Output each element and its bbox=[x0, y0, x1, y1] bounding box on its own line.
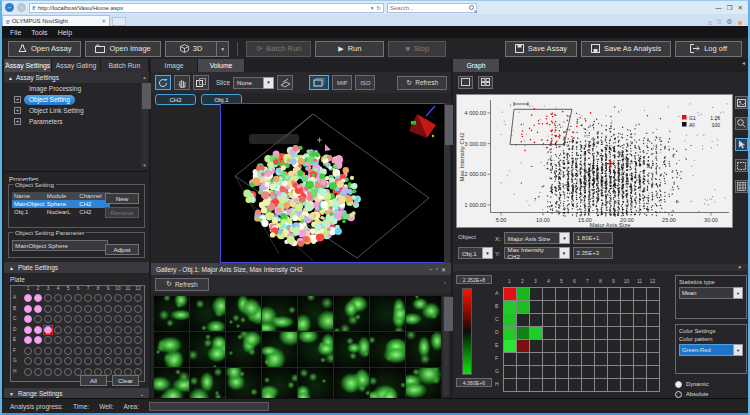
save-assay-button[interactable]: Save Assay bbox=[505, 41, 577, 57]
run-button[interactable]: ▶ Run bbox=[315, 41, 384, 57]
heatmap-cell-G3[interactable] bbox=[530, 366, 542, 378]
heatmap-cell-F9[interactable] bbox=[608, 353, 620, 365]
y-value-box[interactable]: 2.35E+3 bbox=[573, 247, 613, 259]
heatmap-cell-E7[interactable] bbox=[582, 340, 594, 352]
well-G1[interactable] bbox=[23, 356, 33, 367]
well-G7[interactable] bbox=[83, 356, 93, 367]
tab-assay-settings[interactable]: Assay Settings bbox=[4, 59, 52, 72]
zoom-tool-button[interactable] bbox=[735, 117, 748, 130]
address-bar[interactable]: e http://localhost/Vasu/Home.aspx ▾↻ bbox=[29, 3, 384, 13]
scatter-plot[interactable]: 5.0010.0015.0020.0025.0030.001 000.002 0… bbox=[456, 94, 733, 228]
heatmap-cell-H7[interactable] bbox=[582, 379, 594, 391]
expand-plus-icon[interactable]: + bbox=[14, 107, 21, 114]
rectangle-gate-button[interactable] bbox=[735, 159, 748, 172]
well-B6[interactable] bbox=[73, 304, 83, 315]
collapse-triangle-icon[interactable]: ▲ bbox=[8, 75, 13, 81]
heatmap-cell-E5[interactable] bbox=[556, 340, 568, 352]
heatmap-cell-A9[interactable] bbox=[608, 288, 620, 300]
well-A7[interactable] bbox=[83, 293, 93, 304]
gallery-thumbnail[interactable] bbox=[226, 332, 261, 367]
heatmap-cell-F4[interactable] bbox=[543, 353, 555, 365]
view-3d-dropdown-arrow[interactable]: ▼ bbox=[217, 41, 229, 57]
heatmap-cell-H1[interactable] bbox=[504, 379, 516, 391]
well-F5[interactable] bbox=[63, 346, 73, 357]
heatmap-cell-H11[interactable] bbox=[634, 379, 646, 391]
well-B5[interactable] bbox=[63, 304, 73, 315]
well-F7[interactable] bbox=[83, 346, 93, 357]
heatmap-cell-B4[interactable] bbox=[543, 301, 555, 313]
heatmap-cell-A8[interactable] bbox=[595, 288, 607, 300]
well-G12[interactable] bbox=[133, 356, 143, 367]
settings-gear-icon[interactable]: ⚙ bbox=[726, 18, 732, 26]
heatmap-cell-D2[interactable] bbox=[517, 327, 529, 339]
heatmap-cell-C9[interactable] bbox=[608, 314, 620, 326]
grid-view-button[interactable] bbox=[735, 180, 748, 193]
plate-settings-header[interactable]: ▲ Plate Settings bbox=[4, 262, 149, 273]
object-dropdown[interactable]: Obj.1 ▼ bbox=[458, 247, 493, 259]
heatmap-cell-G10[interactable] bbox=[621, 366, 633, 378]
select-all-wells-button[interactable]: All bbox=[80, 375, 107, 386]
heatmap-cell-F2[interactable] bbox=[517, 353, 529, 365]
heatmap-cell-B1[interactable] bbox=[504, 301, 516, 313]
tab-assay-gating[interactable]: Assay Gating bbox=[52, 59, 100, 72]
heatmap-cell-G7[interactable] bbox=[582, 366, 594, 378]
heatmap-cell-G2[interactable] bbox=[517, 366, 529, 378]
well-E4[interactable] bbox=[53, 335, 63, 346]
well-E2[interactable] bbox=[33, 335, 43, 346]
well-G3[interactable] bbox=[43, 356, 53, 367]
browser-search-box[interactable] bbox=[387, 3, 477, 13]
well-F11[interactable] bbox=[123, 346, 133, 357]
well-F2[interactable] bbox=[33, 346, 43, 357]
heatmap-cell-E1[interactable] bbox=[504, 340, 516, 352]
open-image-button[interactable]: Open Image bbox=[85, 41, 160, 57]
well-D9[interactable] bbox=[103, 325, 113, 336]
well-B1[interactable] bbox=[23, 304, 33, 315]
gallery-thumbnail[interactable] bbox=[298, 332, 333, 367]
well-D8[interactable] bbox=[93, 325, 103, 336]
well-A12[interactable] bbox=[133, 293, 143, 304]
heatmap-cell-F8[interactable] bbox=[595, 353, 607, 365]
well-A3[interactable] bbox=[43, 293, 53, 304]
expand-plus-icon[interactable]: + bbox=[14, 96, 21, 103]
dropdown-arrow-icon[interactable]: ▼ bbox=[559, 232, 570, 244]
heatmap-cell-D3[interactable] bbox=[530, 327, 542, 339]
well-E6[interactable] bbox=[73, 335, 83, 346]
well-E12[interactable] bbox=[133, 335, 143, 346]
heatmap-cell-B11[interactable] bbox=[634, 301, 646, 313]
well-G11[interactable] bbox=[123, 356, 133, 367]
heatmap-cell-F7[interactable] bbox=[582, 353, 594, 365]
parameter-value-field[interactable]: MainObject Sphere bbox=[12, 240, 108, 251]
gallery-thumbnail[interactable] bbox=[370, 296, 405, 331]
tab-batch-run[interactable]: Batch Run bbox=[101, 59, 149, 72]
heatmap-cell-C1[interactable] bbox=[504, 314, 516, 326]
section-collapse-icon[interactable]: ▲ bbox=[9, 265, 14, 271]
well-G4[interactable] bbox=[53, 356, 63, 367]
well-B7[interactable] bbox=[83, 304, 93, 315]
gallery-thumbnail[interactable] bbox=[298, 368, 333, 398]
menu-tools[interactable]: Tools bbox=[31, 29, 47, 36]
heatmap-cell-A11[interactable] bbox=[634, 288, 646, 300]
tree-item-image-processing[interactable]: Image Processing bbox=[4, 83, 149, 94]
section-expand-icon[interactable]: ▼ bbox=[9, 391, 14, 397]
heatmap-cell-F5[interactable] bbox=[556, 353, 568, 365]
well-E10[interactable] bbox=[113, 335, 123, 346]
dropdown-arrow-icon[interactable]: ▼ bbox=[263, 77, 274, 89]
well-D10[interactable] bbox=[113, 325, 123, 336]
close-button[interactable]: ✕ bbox=[738, 4, 743, 12]
viewport-scrollbar[interactable] bbox=[444, 103, 450, 263]
well-B12[interactable] bbox=[133, 304, 143, 315]
well-C10[interactable] bbox=[113, 314, 123, 325]
table-row[interactable]: MainObjectSphereCH2 bbox=[12, 200, 110, 208]
tree-item-object-setting[interactable]: +Object Setting bbox=[4, 94, 149, 105]
browser-back-button[interactable]: ← bbox=[5, 3, 14, 12]
favorites-star-icon[interactable]: ☆ bbox=[716, 18, 722, 26]
slice-plane-button[interactable] bbox=[277, 75, 293, 90]
heatmap-cell-E8[interactable] bbox=[595, 340, 607, 352]
volume-3d-viewport[interactable] bbox=[220, 103, 446, 263]
gallery-thumbnail[interactable] bbox=[190, 296, 225, 331]
clear-wells-button[interactable]: Clear bbox=[112, 375, 139, 386]
expand-plus-icon[interactable]: + bbox=[14, 118, 21, 125]
heatmap-cell-H3[interactable] bbox=[530, 379, 542, 391]
heatmap-cell-A12[interactable] bbox=[647, 288, 659, 300]
well-E5[interactable] bbox=[63, 335, 73, 346]
